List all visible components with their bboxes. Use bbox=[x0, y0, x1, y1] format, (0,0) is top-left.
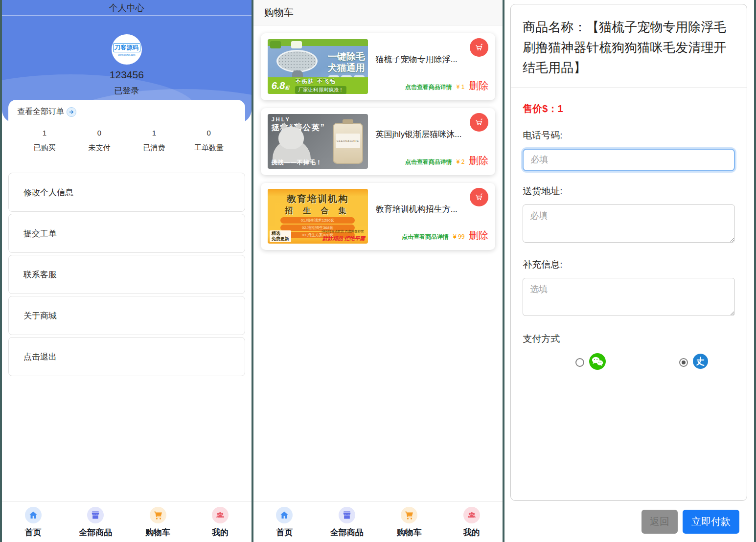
tab-label: 首页 bbox=[25, 527, 42, 538]
thumb-pill-1: 01.招生话术1290套 bbox=[280, 217, 355, 224]
tab-all-products[interactable]: 全部商品 bbox=[64, 502, 126, 542]
thumb-sub-1: 不伤肤 不飞毛 bbox=[295, 78, 346, 85]
currency-symbol: ¥ bbox=[453, 233, 457, 240]
stat-purchased: 1 已购买 bbox=[17, 129, 72, 153]
product-price: 99 bbox=[458, 233, 464, 240]
payment-option-wechat[interactable] bbox=[575, 353, 606, 372]
payment-method-label: 支付方式 bbox=[523, 333, 735, 345]
stat-label: 工单数量 bbox=[182, 143, 236, 153]
wechat-icon bbox=[589, 353, 606, 372]
tab-cart[interactable]: 购物车 bbox=[127, 502, 189, 542]
cart-icon bbox=[401, 507, 417, 523]
wechat-radio[interactable] bbox=[575, 358, 584, 367]
store-icon bbox=[87, 507, 104, 523]
cart-title: 购物车 bbox=[253, 0, 503, 25]
menu-item-contact-support[interactable]: 联系客服 bbox=[8, 255, 245, 294]
home-icon bbox=[25, 507, 42, 523]
tabbar: 首页 全部商品 购物车 我的 bbox=[253, 501, 503, 542]
currency-symbol: ¥ bbox=[457, 84, 460, 90]
login-status: 已登录 bbox=[2, 85, 252, 96]
thumb-foot-right: 款款精品 拒绝平庸 bbox=[322, 235, 365, 242]
pay-now-button[interactable]: 立即付款 bbox=[683, 510, 739, 534]
product-image[interactable]: 一键除毛 犬猫通用 6.8起 不伤肤 不飞毛 厂家让利 限时疯抢！ bbox=[268, 39, 368, 94]
cart-list: 一键除毛 犬猫通用 6.8起 不伤肤 不飞毛 厂家让利 限时疯抢！ bbox=[253, 25, 503, 250]
delete-button[interactable]: 删除 bbox=[469, 79, 488, 92]
tab-home[interactable]: 首页 bbox=[2, 502, 64, 542]
product-image[interactable]: JHLY 拯救“蒲公英” CLEAN&CARE 挑战——不掉毛！ bbox=[268, 114, 368, 169]
avatar-logo-url: www.dkzwl.com bbox=[118, 53, 135, 56]
delete-button[interactable]: 删除 bbox=[469, 229, 488, 242]
cart-item-pet-comb: 一键除毛 犬猫通用 6.8起 不伤肤 不飞毛 厂家让利 限时疯抢！ bbox=[261, 33, 496, 100]
stat-value: 0 bbox=[72, 129, 127, 137]
stat-label: 已购买 bbox=[17, 143, 72, 153]
menu-item-about-mall[interactable]: 关于商城 bbox=[8, 296, 245, 335]
tab-mine[interactable]: 我的 bbox=[440, 502, 503, 542]
thumb-headline-1: 一键除毛 bbox=[328, 51, 365, 62]
tab-home[interactable]: 首页 bbox=[253, 502, 316, 542]
extra-info-textarea[interactable] bbox=[523, 278, 735, 316]
menu-item-logout[interactable]: 点击退出 bbox=[8, 337, 245, 376]
cart-panel: 购物车 一键除毛 犬猫通用 6.8起 不伤肤 不飞毛 bbox=[253, 0, 503, 542]
alipay-radio[interactable] bbox=[679, 358, 688, 367]
view-detail-link[interactable]: 点击查看商品详情 bbox=[405, 83, 452, 91]
stat-consumed: 1 已消费 bbox=[127, 129, 182, 153]
stat-value: 1 bbox=[17, 129, 72, 137]
product-title: 英国jhly银渐层猫咪沐... bbox=[376, 129, 489, 140]
profile-panel: 个人中心 刀客源码 www.dkzwl.com 123456 已登录 查看全部订… bbox=[2, 0, 252, 542]
product-price: 1 bbox=[461, 84, 465, 90]
product-image[interactable]: 教育培训机构 招 生 合 集 01.招生话术1290套 02.地推招生368套 … bbox=[268, 189, 368, 244]
sale-price-value: 1 bbox=[557, 103, 563, 114]
cart-icon bbox=[150, 507, 166, 523]
thumb-headline-2: 犬猫通用 bbox=[328, 62, 365, 73]
tabbar: 首页 全部商品 购物车 我的 bbox=[2, 501, 252, 542]
payment-option-alipay[interactable] bbox=[679, 354, 708, 371]
currency-symbol: ¥ bbox=[457, 158, 460, 165]
tab-mine[interactable]: 我的 bbox=[189, 502, 251, 542]
product-name-label: 商品名称： bbox=[523, 20, 586, 34]
thumb-foot-left-1: 精选 bbox=[272, 231, 280, 236]
arrow-right-icon bbox=[67, 107, 76, 117]
alipay-icon bbox=[693, 354, 708, 371]
stat-label: 未支付 bbox=[72, 143, 127, 153]
delete-button[interactable]: 删除 bbox=[469, 154, 488, 167]
bottle-label: CLEAN&CARE bbox=[336, 134, 360, 148]
tab-label: 全部商品 bbox=[79, 527, 112, 538]
tab-label: 购物车 bbox=[145, 527, 170, 538]
tab-label: 我的 bbox=[212, 527, 229, 538]
order-panel: 商品名称：【猫梳子宠物专用除浮毛刷撸猫神器针梳狗狗猫咪毛发清理开结毛用品】 售价… bbox=[504, 0, 754, 542]
menu-item-submit-ticket[interactable]: 提交工单 bbox=[8, 214, 245, 253]
stat-value: 0 bbox=[182, 129, 236, 137]
view-detail-link[interactable]: 点击查看商品详情 bbox=[402, 233, 449, 241]
view-all-orders-link[interactable]: 查看全部订单 bbox=[17, 107, 236, 117]
phone-label: 电话号码: bbox=[523, 129, 735, 142]
tab-label: 全部商品 bbox=[330, 527, 364, 538]
order-footer: 返回 立即付款 bbox=[504, 501, 754, 542]
tab-all-products[interactable]: 全部商品 bbox=[316, 502, 378, 542]
menu-item-edit-profile[interactable]: 修改个人信息 bbox=[8, 173, 245, 212]
tab-label: 购物车 bbox=[397, 527, 422, 538]
username: 123456 bbox=[2, 69, 252, 81]
stat-value: 1 bbox=[127, 129, 182, 137]
cart-item-education: 教育培训机构 招 生 合 集 01.招生话术1290套 02.地推招生368套 … bbox=[261, 183, 496, 250]
product-name-line: 商品名称：【猫梳子宠物专用除浮毛刷撸猫神器针梳狗狗猫咪毛发清理开结毛用品】 bbox=[523, 17, 735, 78]
avatar[interactable]: 刀客源码 www.dkzwl.com bbox=[112, 34, 142, 65]
phone-input[interactable] bbox=[523, 149, 735, 171]
stat-unpaid: 0 未支付 bbox=[72, 129, 127, 153]
product-price: 2 bbox=[461, 158, 465, 165]
payment-options bbox=[523, 353, 735, 372]
thumb-foot-left-2: 免费更新 bbox=[272, 236, 289, 241]
order-card: 商品名称：【猫梳子宠物专用除浮毛刷撸猫神器针梳狗狗猫咪毛发清理开结毛用品】 售价… bbox=[510, 4, 747, 501]
thumb-price: 6.8 bbox=[272, 80, 285, 91]
view-detail-link[interactable]: 点击查看商品详情 bbox=[405, 158, 452, 166]
address-textarea[interactable] bbox=[523, 204, 735, 243]
thumb-sub-2: 厂家让利 限时疯抢！ bbox=[295, 86, 346, 94]
back-button[interactable]: 返回 bbox=[641, 510, 678, 534]
thumb-headline-2: 招 生 合 集 bbox=[268, 206, 368, 216]
tab-label: 首页 bbox=[276, 527, 293, 538]
extra-info-label: 补充信息: bbox=[523, 258, 735, 271]
thumb-brand: JHLY bbox=[272, 116, 291, 122]
store-icon bbox=[339, 507, 355, 523]
tab-cart[interactable]: 购物车 bbox=[378, 502, 440, 542]
profile-menu: 修改个人信息 提交工单 联系客服 关于商城 点击退出 bbox=[2, 173, 252, 376]
avatar-logo-text: 刀客源码 bbox=[113, 43, 140, 52]
